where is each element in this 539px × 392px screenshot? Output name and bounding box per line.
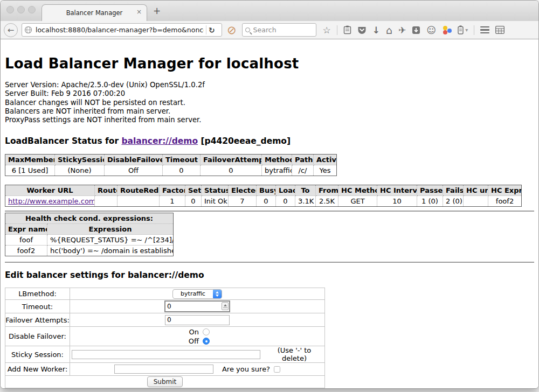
search-input[interactable] <box>253 26 307 34</box>
lbmethod-selected-value: bytraffic <box>173 290 213 297</box>
cell-busy: 0 <box>257 196 276 207</box>
column-header: Busy <box>257 185 276 196</box>
column-header: Set <box>185 185 202 196</box>
clipboard-icon[interactable] <box>343 25 351 34</box>
column-header: RouteRedir <box>118 185 160 196</box>
cell-hc-expr: foof2 <box>488 196 522 207</box>
form-row-failover: Failover Attempts: <box>5 313 325 327</box>
search-bar[interactable] <box>242 23 316 37</box>
column-header: Path <box>292 155 314 165</box>
globe-icon <box>24 26 32 34</box>
number-stepper-icon[interactable] <box>222 302 229 310</box>
balancer-demo-link[interactable]: balancer://demo <box>121 136 198 146</box>
add-worker-label: Add New Worker: <box>5 363 70 376</box>
sticky-session-input[interactable] <box>72 350 260 359</box>
send-icon[interactable]: ✈ <box>398 25 406 35</box>
add-worker-input[interactable] <box>114 365 213 374</box>
close-window-button[interactable] <box>6 6 14 13</box>
sticky-session-note: (Use '-' to delete) <box>264 346 324 362</box>
back-button[interactable]: ← <box>4 23 18 37</box>
column-header: StickySession <box>55 155 105 165</box>
cell-failoverattempts: 0 <box>201 165 262 176</box>
cell-routeredir <box>118 196 160 207</box>
timeout-input[interactable] <box>164 300 230 312</box>
lbmethod-select[interactable]: bytraffic <box>172 289 222 299</box>
failover-attempts-label: Failover Attempts: <box>5 313 70 327</box>
table-header-row: MaxMembers StickySession DisableFailover… <box>5 155 337 165</box>
column-header: MaxMembers <box>5 155 55 165</box>
failover-attempts-input[interactable] <box>165 315 230 325</box>
bookmark-star-icon[interactable]: ☆ <box>323 25 331 35</box>
cell-expr-name: foof <box>5 235 47 246</box>
toolbar-separator <box>474 25 474 35</box>
table-title-row: Health check cond. expressions: <box>5 213 174 224</box>
form-row-submit: Submit <box>5 376 325 388</box>
device-battery-group[interactable]: ▾ <box>458 25 468 34</box>
home-icon[interactable]: ⌂ <box>386 25 392 35</box>
chat-smiley-icon[interactable]: ☺ <box>426 25 436 35</box>
column-header: Active <box>314 155 337 165</box>
loadbalancer-status-heading: LoadBalancer Status for balancer://demo … <box>5 136 534 146</box>
disable-failover-on-radio[interactable] <box>203 328 210 335</box>
column-header: Load <box>276 185 295 196</box>
disable-failover-off-radio[interactable] <box>203 338 210 345</box>
column-header: Route <box>95 185 118 196</box>
reload-icon[interactable]: ↻ <box>209 26 215 34</box>
cell-maxmembers: 6 [1 Used] <box>5 165 55 176</box>
url-text[interactable]: localhost:8880/balancer-manager?b=demo&n… <box>36 26 204 34</box>
column-header: Timeout <box>163 155 201 165</box>
column-header: To <box>295 185 316 196</box>
sticky-session-label: Sticky Session: <box>5 346 70 363</box>
save-to-device-icon[interactable] <box>412 26 420 34</box>
new-tab-button[interactable]: + <box>153 6 161 16</box>
cell-expression: %{REQUEST_STATUS} =~ /^[234]/ <box>47 235 174 246</box>
column-header: FailoverAttempts <box>201 155 262 165</box>
column-header: Worker URL <box>5 185 95 196</box>
lbmethod-label: LBmethod: <box>5 288 70 300</box>
menu-icon[interactable] <box>480 26 489 34</box>
urlbar-divider <box>206 25 206 34</box>
column-header: Fails <box>443 185 464 196</box>
confirm-label: Are you sure? <box>222 365 270 373</box>
column-header: Status <box>202 185 229 196</box>
column-header: Factor <box>160 185 185 196</box>
content-blocked-icon[interactable]: ⊘ <box>227 25 237 36</box>
cell-method: bytraffic <box>262 165 292 176</box>
worker-table: Worker URL Route RouteRedir Factor Set S… <box>5 185 522 207</box>
server-version-line: Server Version: Apache/2.5.0-dev (Unix) … <box>5 81 534 89</box>
cell-expression: hc('body') =~ /domain is established/ <box>47 246 174 256</box>
cell-to: 3.1K <box>295 196 316 207</box>
cell-expr-name: foof2 <box>5 246 47 256</box>
minimize-window-button[interactable] <box>17 6 25 13</box>
column-header: HC Expr <box>488 185 522 196</box>
column-header: Elected <box>229 185 257 196</box>
table-row: 6 [1 Used] (None) Off 0 0 bytraffic /c/ … <box>5 165 337 176</box>
cell-elected: 7 <box>229 196 257 207</box>
zoom-window-button[interactable] <box>28 6 36 13</box>
form-row-disable-failover: Disable Failover: On Off <box>5 327 325 346</box>
column-header: HC Method <box>338 185 377 196</box>
back-arrow-icon: ← <box>8 25 15 35</box>
tab-balancer-manager[interactable]: Balancer Manager × <box>42 4 147 21</box>
status-heading-prefix: LoadBalancer Status for <box>5 136 119 146</box>
tab-close-icon[interactable]: × <box>136 9 142 15</box>
form-row-lbmethod: LBmethod: bytraffic <box>5 288 325 300</box>
url-bar[interactable]: localhost:8880/balancer-manager?b=demo&n… <box>22 23 222 37</box>
toolbar-icons: ☆ ↓ ⌂ ✈ ☺ <box>323 25 505 35</box>
cell-route <box>95 196 118 207</box>
worker-url-link[interactable]: http://www.example.com/ <box>8 197 95 205</box>
submit-button[interactable]: Submit <box>147 376 183 387</box>
grid-panel-icon[interactable] <box>495 26 505 34</box>
cell-hc-interval: 10 <box>377 196 417 207</box>
colored-dots-extension-icon[interactable] <box>442 26 452 34</box>
are-you-sure-checkbox[interactable] <box>274 366 280 373</box>
downloads-icon[interactable]: ↓ <box>372 25 380 35</box>
pocket-icon[interactable] <box>357 26 367 34</box>
page-content: Load Balancer Manager for localhost Serv… <box>1 39 538 389</box>
table-row: foof %{REQUEST_STATUS} =~ /^[234]/ <box>5 235 174 246</box>
column-header: Expr name <box>5 224 47 235</box>
server-info: Server Version: Apache/2.5.0-dev (Unix) … <box>5 81 534 124</box>
form-row-add-worker: Add New Worker: Are you sure? <box>5 363 325 376</box>
section-divider <box>5 211 534 212</box>
cell-status: Init Ok <box>202 196 229 207</box>
